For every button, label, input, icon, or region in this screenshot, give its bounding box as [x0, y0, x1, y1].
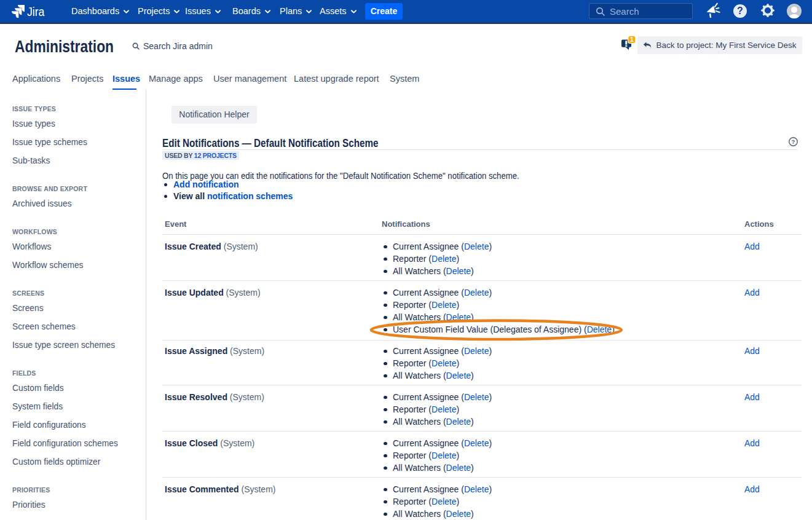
svg-text:1: 1 [630, 36, 634, 43]
svg-text:?: ? [792, 138, 795, 145]
